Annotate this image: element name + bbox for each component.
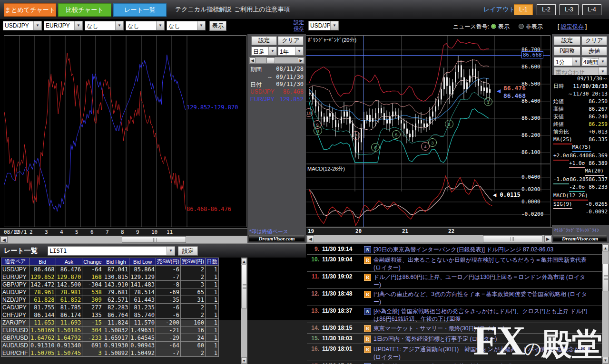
news-item-15[interactable]: 15.11/30 18:03R1日の国内・海外経済指標と行事予定 (ロイター) — [307, 334, 602, 344]
chevron-down-icon[interactable]: ▼ — [115, 21, 123, 30]
rate-row-NZD/JPY[interactable]: NZD/JPY61.82861.85230962.57161.443-35311 — [1, 296, 219, 304]
tab-hikaku-chart[interactable]: 比較チャート — [58, 3, 111, 17]
rate-row-AUD/USD[interactable]: AUD/USD0.913100.913406910.919300.90943-6… — [1, 342, 219, 349]
compare-chart-canvas[interactable] — [4, 36, 246, 227]
layout-button-l-4[interactable]: L-4 — [582, 4, 601, 15]
compare-pair-select-5[interactable]: なし▼ — [167, 21, 206, 30]
column-header-1[interactable]: Bid — [29, 258, 56, 266]
news-item-9[interactable]: 9.11/30 19:14N[30日の東京為替インターバンク(日銀発表)] ドル… — [307, 244, 602, 255]
news-item-16[interactable]: 16.11/30 18:01RUPDATE1: アジア通貨動向(30日)＝韓国ウ… — [307, 344, 602, 361]
news-headline[interactable]: 1日の国内・海外経済指標と行事予定 (ロイター) — [373, 335, 592, 343]
chevron-down-icon[interactable]: ▼ — [156, 21, 164, 30]
compare-interval-select[interactable]: 日足▼ — [251, 47, 277, 56]
rate-table-scrollbar[interactable]: ▲ ▼ — [241, 258, 247, 364]
compare-chart[interactable]: 129.852-129.870 86.468-86.476 — [4, 35, 246, 227]
rate-list-select[interactable]: LIST1▼ — [48, 246, 175, 256]
scroll-left-icon[interactable]: ◀ — [307, 235, 314, 242]
tab-rate-list[interactable]: レート一覧 — [113, 3, 167, 17]
column-header-3[interactable]: Change — [82, 258, 103, 266]
scroll-down-icon[interactable]: ▼ — [241, 357, 247, 364]
chevron-down-icon[interactable]: ▼ — [572, 57, 580, 66]
chevron-down-icon[interactable]: ▼ — [295, 47, 303, 55]
minute-scroll-thumb[interactable] — [483, 235, 542, 242]
compare-clear-button[interactable]: クリア — [278, 36, 304, 45]
rate-row-GBP/JPY[interactable]: GBP/JPY142.472142.500-304143.910141.483-… — [1, 281, 219, 288]
news-headline[interactable]: 円高への歯止めなど、3点の方向性を了承＝基本政策閣僚委で菅国家戦略相 (ロイター… — [373, 290, 592, 306]
compare-mini-scrollbar[interactable]: ◀ ▶ — [249, 57, 304, 64]
p-adjust-button[interactable]: P調整 — [554, 47, 580, 56]
compare-save-settings-link[interactable]: 設定 保存 — [294, 19, 304, 32]
compare-pair-select-1[interactable]: USD/JPY▼ — [3, 21, 42, 30]
rate-row-CAD/JPY[interactable]: CAD/JPY81.75581.78527782.28381.235-621 — [1, 304, 219, 311]
chevron-down-icon[interactable]: ▼ — [268, 47, 276, 55]
scroll-down-icon[interactable]: ▼ — [602, 357, 609, 364]
menu-technical-guide[interactable]: テクニカル指標解説 — [175, 0, 232, 19]
compare-range-select[interactable]: 1年▼ — [278, 47, 304, 56]
minute-pair-select[interactable]: USD/JPY▼ — [308, 21, 339, 30]
news-item-12[interactable]: 12.11/30 18:48R円高への歯止めなど、3点の方向性を了承＝基本政策閣… — [307, 289, 602, 306]
minute-settings-button[interactable]: 設定 — [554, 36, 580, 45]
news-headline[interactable]: 金融緩和策、出来ることないか日銀が現在検討しているだろう＝亀井国民新党代表(ロイ… — [373, 256, 592, 271]
chevron-down-icon[interactable]: ▼ — [33, 21, 41, 30]
column-header-4[interactable]: Bid High — [103, 258, 129, 266]
compare-pair-select-3[interactable]: なし▼ — [85, 21, 124, 30]
news-headline[interactable]: [外為全般] 菅国家戦略担当相の発言をきっかけにドル円、クロス円とも上昇 ドル円… — [373, 307, 592, 323]
news-scroll-thumb[interactable] — [602, 264, 609, 291]
rate-row-ZAR/JPY[interactable]: ZAR/JPY11.65311.693-1511.82411.570-20016… — [1, 319, 219, 326]
chevron-down-icon[interactable]: ▼ — [74, 21, 82, 30]
news-scrollbar[interactable]: ▲ ▼ — [602, 244, 609, 364]
save-link-line2[interactable]: 保存 — [294, 26, 304, 31]
compare-settings-button[interactable]: 設定 — [251, 36, 277, 45]
minute-period-select[interactable]: 4時間▼ — [581, 57, 607, 66]
scroll-right-icon[interactable]: ▶ — [544, 235, 551, 242]
column-header-2[interactable]: Ask — [56, 258, 82, 266]
chevron-down-icon[interactable]: ▼ — [330, 21, 338, 30]
compare-scroll-thumb[interactable] — [122, 236, 186, 243]
tab-matomete-chart[interactable]: まとめてチャート — [4, 3, 56, 17]
layout-button-l-1[interactable]: L-1 — [514, 4, 533, 15]
minute-clear-button[interactable]: クリア — [581, 36, 607, 45]
minute-chart[interactable]: 12345678910 ﾎﾞﾘﾝｼﾞｬｰﾊﾞﾝﾄﾞ(20分) MACD(12-2… — [306, 35, 550, 227]
column-header-0[interactable]: 通貨ペア — [1, 258, 29, 266]
news-show-label[interactable]: 表示 — [498, 23, 510, 31]
news-hide-label[interactable]: 非表示 — [526, 23, 543, 31]
compare-pair-select-2[interactable]: EUR/JPY▼ — [44, 21, 83, 30]
rate-row-USD/JPY[interactable]: USD/JPY86.46886.476-6487.04185.864-621 — [1, 266, 219, 273]
news-item-17[interactable]: 17.11/30 17:49N[外為全般] ドル円買い戻しに、午後5時以降の下げ… — [307, 361, 602, 364]
save-link-line1[interactable]: 設定 — [294, 19, 304, 25]
news-item-10[interactable]: 10.11/30 19:04R金融緩和策、出来ることないか日銀が現在検討している… — [307, 255, 602, 272]
news-item-11[interactable]: 11.11/30 19:02Rドル／円は86.60円に上昇、ユーロ／円は130円… — [307, 272, 602, 289]
rate-row-GBP/USD[interactable]: GBP/USD1.647621.64792-2331.659171.64545-… — [1, 334, 219, 342]
chevron-down-icon[interactable]: ▼ — [197, 21, 205, 30]
compare-pair-select-4[interactable]: なし▼ — [126, 21, 165, 30]
news-save-settings-link[interactable]: 設定保存 — [561, 23, 584, 30]
walk-value-button[interactable]: 歩値 — [581, 47, 607, 56]
news-item-13[interactable]: 13.11/30 18:37N[外為全般] 菅国家戦略担当相の発言をきっかけにド… — [307, 306, 602, 323]
mini-scroll-thumb[interactable] — [266, 57, 275, 63]
column-header-6[interactable]: 売SW(円) — [156, 258, 180, 266]
scroll-up-icon[interactable]: ▲ — [602, 245, 609, 251]
news-item-14[interactable]: 14.11/30 18:15R東京マーケット・サマリー・最終(30日) (ロイタ… — [307, 323, 602, 334]
layout-button-l-2[interactable]: L-2 — [537, 4, 556, 15]
menu-usage-notes[interactable]: ご利用上の注意事項 — [234, 0, 290, 19]
news-hide-radio[interactable] — [519, 24, 524, 29]
column-header-7[interactable]: 買SW(円) — [180, 258, 205, 266]
column-header-8[interactable]: 日数 — [205, 258, 218, 266]
news-headline[interactable]: 東京マーケット・サマリー・最終(30日) (ロイター) — [373, 325, 592, 332]
layout-button-l-3[interactable]: L-3 — [560, 4, 579, 15]
rate-row-EUR/USD[interactable]: EUR/USD1.501691.501853041.508321.49631-2… — [1, 326, 219, 334]
scroll-up-icon[interactable]: ▲ — [241, 258, 247, 264]
rate-list-settings-button[interactable]: 設定 — [178, 246, 198, 256]
news-headline[interactable]: ドル／円は86.60円に上昇、ユーロ／円は130円上回る＝ロンドン外為市場 (ロ… — [373, 273, 592, 288]
column-header-5[interactable]: Bid Low — [129, 258, 156, 266]
minute-interval-select[interactable]: 1分▼ — [554, 57, 580, 66]
scroll-left-icon[interactable]: ◀ — [0, 236, 8, 243]
rate-row-EUR/CHF[interactable]: EUR/CHF1.507051.5074531.508921.50492-721 — [1, 349, 219, 357]
scroll-right-icon[interactable]: ▶ — [298, 57, 304, 63]
rate-row-EUR/JPY[interactable]: EUR/JPY129.852129.870168130.815129.129-7… — [1, 273, 219, 281]
scroll-left-icon[interactable]: ◀ — [249, 57, 255, 63]
news-show-radio[interactable] — [491, 24, 496, 29]
chevron-down-icon[interactable]: ▼ — [167, 247, 175, 255]
chevron-down-icon[interactable]: ▼ — [599, 57, 607, 66]
minute-scrollbar[interactable]: ◀ ▶ — [306, 235, 552, 243]
